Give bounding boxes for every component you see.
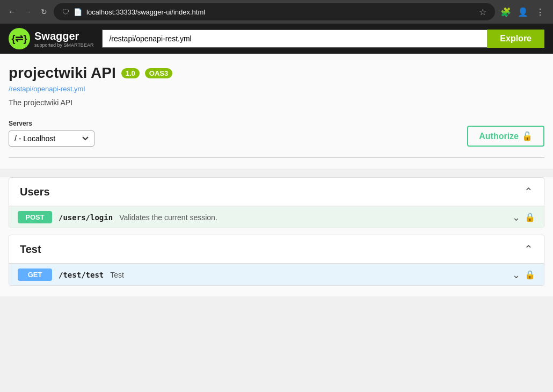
extensions-button[interactable]: 🧩 bbox=[498, 4, 513, 19]
endpoint-right-test: ⌄ 🔒 bbox=[512, 269, 535, 281]
method-badge-get: GET bbox=[18, 268, 52, 281]
endpoint-lock-users-login-icon: 🔒 bbox=[525, 212, 535, 222]
authorize-label: Authorize bbox=[479, 132, 519, 141]
servers-row: Servers / - Localhost Authorize 🔓 bbox=[9, 120, 544, 158]
swagger-logo: {⇌} Swagger supported by SMARTBEAR bbox=[9, 28, 93, 49]
section-test: Test ⌃ GET /test/test Test ⌄ 🔒 bbox=[9, 235, 544, 286]
browser-toolbar: ← → ↻ 🛡 📄 ☆ 🧩 👤 ⋮ bbox=[0, 0, 553, 24]
browser-chrome: ← → ↻ 🛡 📄 ☆ 🧩 👤 ⋮ bbox=[0, 0, 553, 24]
section-header-users[interactable]: Users ⌃ bbox=[9, 178, 544, 206]
swagger-main: projectwiki API 1.0 OAS3 /restapi/openap… bbox=[0, 54, 553, 169]
back-button[interactable]: ← bbox=[5, 5, 18, 18]
endpoint-chevron-users-login-icon: ⌄ bbox=[512, 212, 520, 223]
api-spec-link[interactable]: /restapi/openapi-rest.yml bbox=[9, 85, 544, 93]
chevron-up-users-icon: ⌃ bbox=[524, 185, 533, 198]
url-input[interactable] bbox=[86, 8, 475, 16]
content-area: Users ⌃ POST /users/login Validates the … bbox=[0, 177, 553, 296]
spec-url-input[interactable] bbox=[102, 30, 487, 48]
section-users: Users ⌃ POST /users/login Validates the … bbox=[9, 177, 544, 228]
bookmark-button[interactable]: ☆ bbox=[479, 7, 486, 17]
servers-label: Servers bbox=[9, 120, 94, 127]
explore-button[interactable]: Explore bbox=[487, 30, 544, 48]
swagger-icon: {⇌} bbox=[9, 28, 30, 49]
address-bar: 🛡 📄 ☆ bbox=[54, 3, 495, 20]
oas-badge: OAS3 bbox=[145, 68, 172, 78]
endpoint-lock-test-icon: 🔒 bbox=[525, 270, 535, 280]
chevron-up-test-icon: ⌃ bbox=[524, 243, 533, 256]
shield-icon: 🛡 bbox=[62, 8, 69, 16]
version-badge: 1.0 bbox=[121, 68, 140, 78]
forward-button[interactable]: → bbox=[21, 5, 34, 18]
servers-section: Servers / - Localhost bbox=[9, 120, 94, 147]
endpoint-right-users-login: ⌄ 🔒 bbox=[512, 212, 535, 223]
section-title-users: Users bbox=[20, 186, 50, 198]
page-icon: 📄 bbox=[74, 8, 82, 16]
endpoint-path-users-login: /users/login bbox=[59, 213, 113, 222]
endpoint-chevron-test-icon: ⌄ bbox=[512, 269, 520, 281]
endpoint-path-test: /test/test bbox=[59, 271, 104, 279]
more-button[interactable]: ⋮ bbox=[533, 4, 548, 19]
swagger-name: Swagger bbox=[34, 30, 93, 42]
api-title-row: projectwiki API 1.0 OAS3 bbox=[9, 64, 544, 82]
swagger-topbar: {⇌} Swagger supported by SMARTBEAR Explo… bbox=[0, 24, 553, 54]
endpoint-desc-users-login: Validates the current session. bbox=[119, 213, 217, 222]
swagger-sub: supported by SMARTBEAR bbox=[34, 42, 93, 48]
profile-button[interactable]: 👤 bbox=[515, 4, 530, 19]
section-title-test: Test bbox=[20, 243, 41, 256]
method-badge-post: POST bbox=[18, 211, 52, 223]
url-input-container: Explore bbox=[102, 30, 544, 48]
section-header-test[interactable]: Test ⌃ bbox=[9, 235, 544, 264]
reload-button[interactable]: ↻ bbox=[38, 5, 50, 18]
endpoint-row-post-users-login[interactable]: POST /users/login Validates the current … bbox=[9, 206, 544, 228]
swagger-text: Swagger supported by SMARTBEAR bbox=[34, 30, 93, 48]
authorize-button[interactable]: Authorize 🔓 bbox=[467, 126, 544, 147]
lock-icon: 🔓 bbox=[522, 131, 533, 141]
api-title: projectwiki API bbox=[9, 64, 116, 82]
browser-menu-buttons: 🧩 👤 ⋮ bbox=[498, 4, 548, 19]
endpoint-row-get-test[interactable]: GET /test/test Test ⌄ 🔒 bbox=[9, 264, 544, 285]
servers-select[interactable]: / - Localhost bbox=[9, 130, 94, 147]
endpoint-desc-test: Test bbox=[110, 271, 124, 279]
swagger-symbol: {⇌} bbox=[11, 33, 27, 45]
api-description: The projectwiki API bbox=[9, 98, 544, 107]
